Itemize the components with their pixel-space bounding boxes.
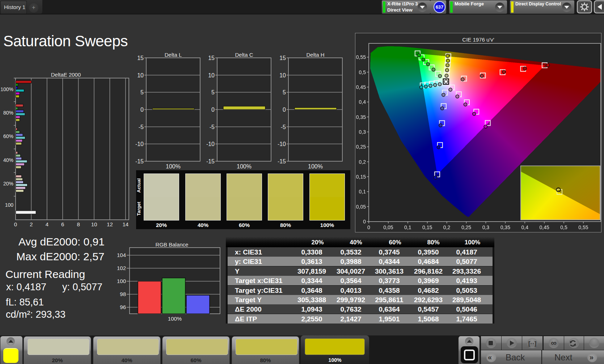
svg-text:0,45: 0,45 xyxy=(539,224,549,230)
svg-text:-5: -5 xyxy=(210,124,215,130)
svg-text:100%: 100% xyxy=(0,86,13,92)
svg-text:20%: 20% xyxy=(3,181,13,187)
svg-text:0: 0 xyxy=(363,219,366,224)
svg-text:6: 6 xyxy=(61,221,64,227)
svg-text:-15: -15 xyxy=(135,158,144,164)
svg-text:-5: -5 xyxy=(139,124,144,130)
svg-text:102: 102 xyxy=(117,265,126,271)
svg-text:0,15: 0,15 xyxy=(422,224,432,230)
svg-text:5: 5 xyxy=(211,89,215,95)
svg-text:0: 0 xyxy=(211,107,215,113)
svg-text:0: 0 xyxy=(283,107,286,113)
svg-text:10: 10 xyxy=(279,72,286,78)
svg-text:0,05: 0,05 xyxy=(356,204,366,210)
svg-text:5: 5 xyxy=(283,89,286,95)
svg-text:15: 15 xyxy=(208,55,215,61)
svg-text:-10: -10 xyxy=(135,141,144,147)
svg-text:0,5: 0,5 xyxy=(560,224,567,230)
svg-text:100%: 100% xyxy=(308,163,323,170)
svg-text:5: 5 xyxy=(140,89,144,95)
svg-text:10: 10 xyxy=(208,72,215,78)
svg-text:0,2: 0,2 xyxy=(359,159,366,165)
svg-text:8: 8 xyxy=(77,221,80,227)
svg-text:0,4: 0,4 xyxy=(521,224,528,230)
svg-text:-15: -15 xyxy=(278,158,286,164)
svg-text:96: 96 xyxy=(120,304,126,310)
svg-text:0,55: 0,55 xyxy=(356,54,366,60)
svg-text:0,1: 0,1 xyxy=(359,189,366,194)
svg-text:0,5: 0,5 xyxy=(359,69,366,75)
svg-text:15: 15 xyxy=(137,55,144,61)
svg-text:0,25: 0,25 xyxy=(461,224,471,230)
svg-text:100: 100 xyxy=(117,278,126,284)
svg-text:0,3: 0,3 xyxy=(359,129,366,135)
svg-text:0,05: 0,05 xyxy=(383,224,393,230)
svg-text:60%: 60% xyxy=(3,133,13,139)
svg-text:Delta H: Delta H xyxy=(306,52,324,58)
svg-text:4: 4 xyxy=(46,221,48,227)
svg-text:10: 10 xyxy=(137,72,144,78)
svg-text:12: 12 xyxy=(107,221,113,227)
svg-text:DeltaE 2000: DeltaE 2000 xyxy=(51,72,81,78)
svg-text:-10: -10 xyxy=(206,141,215,147)
svg-text:0,25: 0,25 xyxy=(356,144,366,150)
svg-text:0,15: 0,15 xyxy=(356,174,366,180)
svg-text:-15: -15 xyxy=(206,158,215,164)
svg-text:10: 10 xyxy=(91,221,97,227)
svg-text:100%: 100% xyxy=(237,163,252,170)
svg-text:0: 0 xyxy=(367,224,370,230)
svg-text:80%: 80% xyxy=(3,110,13,116)
svg-text:15: 15 xyxy=(279,55,286,61)
svg-text:0,4: 0,4 xyxy=(359,99,366,105)
svg-text:Delta L: Delta L xyxy=(165,52,182,58)
svg-text:-10: -10 xyxy=(278,141,286,147)
svg-text:100%: 100% xyxy=(166,163,181,170)
svg-text:0,1: 0,1 xyxy=(404,224,411,230)
svg-text:0,35: 0,35 xyxy=(500,224,510,230)
svg-text:0,45: 0,45 xyxy=(356,84,366,90)
svg-text:0: 0 xyxy=(140,107,144,113)
svg-text:14: 14 xyxy=(122,221,128,227)
svg-text:Delta C: Delta C xyxy=(235,52,253,58)
svg-text:2: 2 xyxy=(30,221,33,227)
svg-text:0,3: 0,3 xyxy=(482,224,490,230)
svg-text:0,35: 0,35 xyxy=(356,114,366,120)
svg-text:RGB Balance: RGB Balance xyxy=(156,241,189,248)
svg-text:0,2: 0,2 xyxy=(443,224,451,230)
svg-text:-5: -5 xyxy=(281,124,286,130)
svg-text:98: 98 xyxy=(120,291,126,297)
svg-text:40%: 40% xyxy=(3,157,13,163)
svg-text:0: 0 xyxy=(14,221,17,227)
svg-text:100: 100 xyxy=(5,202,14,208)
svg-text:104: 104 xyxy=(117,252,126,258)
svg-text:100%: 100% xyxy=(168,316,182,322)
svg-text:0,55: 0,55 xyxy=(578,224,588,230)
